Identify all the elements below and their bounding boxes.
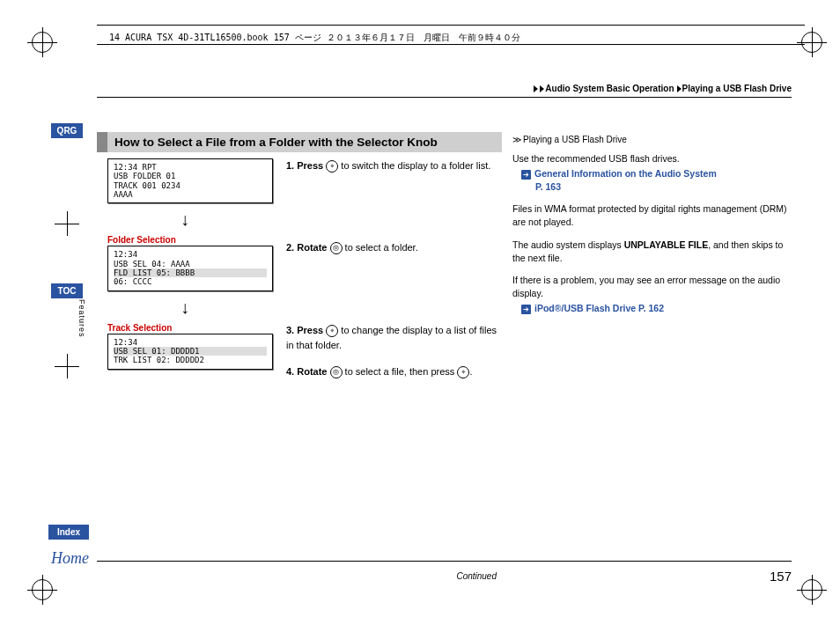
caption-track-selection: Track Selection	[107, 323, 273, 333]
continued-label: Continued	[456, 571, 497, 581]
breadcrumb-arrow-icon	[534, 85, 538, 92]
display-line: TRACK 001 0234	[114, 181, 267, 190]
header-filename: 14 ACURA TSX 4D-31TL16500.book 157 ページ ２…	[109, 32, 520, 44]
page-number: 157	[770, 569, 792, 584]
step-1: 1. Press ⌖ to switch the display to a fo…	[286, 158, 502, 173]
home-link[interactable]: Home	[51, 549, 89, 568]
display-screenshot-2: 12:34 USB SEL 04: AAAA FLD LIST 05: BBBB…	[107, 246, 273, 290]
main-content: How to Select a File from a Folder with …	[97, 132, 502, 152]
rotate-icon: ◎	[330, 242, 343, 254]
display-line: USB SEL 04: AAAA	[114, 260, 267, 268]
registration-mark	[801, 579, 822, 600]
breadcrumb-level1: Audio System Basic Operation	[545, 84, 674, 93]
press-icon: ⌖	[457, 366, 469, 378]
aside-title-text: Playing a USB Flash Drive	[523, 135, 627, 144]
step-3: 3. Press ⌖ to change the display to a li…	[286, 323, 502, 352]
side-notes: ≫Playing a USB Flash Drive Use the recom…	[512, 134, 794, 325]
footer-rule	[97, 561, 792, 562]
step-text: 1. Press	[286, 160, 326, 171]
link-arrow-icon: ➔	[521, 305, 531, 314]
breadcrumb-arrow-icon	[540, 85, 544, 92]
breadcrumb-rule	[97, 97, 792, 98]
breadcrumb-level2: Playing a USB Flash Drive	[682, 84, 792, 93]
display-line: TRK LIST 02: DDDDD2	[114, 356, 267, 364]
header-rule	[97, 25, 805, 26]
display-line: USB SEL 01: DDDDD1	[114, 347, 267, 356]
display-line: 12:34	[114, 250, 267, 259]
step-text: 3. Press	[286, 325, 326, 335]
step-2: 2. Rotate ◎ to select a folder.	[286, 240, 502, 255]
display-screenshot-1: 12:34 RPT USB FOLDER 01 TRACK 001 0234 A…	[107, 158, 273, 203]
arrow-down-icon: ↓	[97, 298, 273, 316]
aside-paragraph: Files in WMA format protected by digital…	[512, 202, 794, 229]
link-arrow-icon: ➔	[521, 170, 531, 180]
link-page-ref[interactable]: P. 162	[638, 303, 664, 313]
link-ipod-usb[interactable]: iPod®/USB Flash Drive	[534, 303, 636, 313]
step-text: .	[469, 366, 472, 377]
aside-link-row: ➔iPod®/USB Flash Drive P. 162	[512, 302, 794, 315]
aside-text: The audio system displays	[512, 239, 624, 250]
breadcrumb: Audio System Basic OperationPlaying a US…	[533, 84, 792, 93]
caption-folder-selection: Folder Selection	[107, 235, 273, 245]
aside-link-row: ➔General Information on the Audio System…	[512, 167, 794, 194]
header-rule	[97, 44, 805, 45]
link-general-info[interactable]: General Information on the Audio System	[534, 168, 717, 179]
steps-column: 1. Press ⌖ to switch the display to a fo…	[286, 158, 502, 392]
registration-mark	[801, 32, 822, 53]
display-line: FLD LIST 05: BBBB	[114, 268, 267, 277]
step-text: to select a file, then press	[343, 366, 458, 377]
press-icon: ⌖	[326, 325, 338, 337]
display-line: USB FOLDER 01	[114, 172, 267, 180]
step-4: 4. Rotate ◎ to select a file, then press…	[286, 364, 502, 379]
illustration-column: 12:34 RPT USB FOLDER 01 TRACK 001 0234 A…	[97, 158, 273, 370]
tab-qrg[interactable]: QRG	[51, 123, 83, 138]
step-text: 2. Rotate	[286, 242, 330, 253]
note-marker-icon: ≫	[512, 134, 521, 147]
section-title: How to Select a File from a Folder with …	[97, 132, 502, 152]
link-page-ref[interactable]: P. 163	[521, 181, 561, 192]
registration-mark	[32, 579, 53, 600]
press-icon: ⌖	[326, 160, 338, 173]
aside-paragraph: The audio system displays UNPLAYABLE FIL…	[512, 239, 794, 265]
display-line: 06: CCCC	[114, 277, 267, 286]
breadcrumb-arrow-icon	[677, 85, 682, 92]
crop-mark	[55, 211, 79, 236]
display-line: 12:34	[114, 338, 267, 347]
rotate-icon: ◎	[330, 366, 343, 378]
aside-bold: UNPLAYABLE FILE	[624, 239, 709, 250]
step-text: to switch the display to a folder list.	[338, 160, 490, 171]
step-text: to select a folder.	[343, 242, 418, 253]
step-text: 4. Rotate	[286, 366, 330, 377]
aside-paragraph: Use the recommended USB flash drives.	[512, 152, 794, 165]
registration-mark	[32, 32, 53, 53]
document-page: 14 ACURA TSX 4D-31TL16500.book 157 ページ ２…	[0, 0, 840, 632]
tab-toc[interactable]: TOC	[51, 283, 83, 298]
aside-paragraph: If there is a problem, you may see an er…	[512, 274, 794, 300]
display-line: 12:34 RPT	[114, 163, 267, 172]
display-screenshot-3: 12:34 USB SEL 01: DDDDD1 TRK LIST 02: DD…	[107, 334, 273, 370]
display-line: AAAA	[114, 190, 267, 199]
tab-index[interactable]: Index	[48, 525, 89, 540]
arrow-down-icon: ↓	[97, 210, 273, 228]
aside-title: ≫Playing a USB Flash Drive	[512, 134, 794, 147]
sidebar-label-features: Features	[77, 299, 86, 338]
crop-mark	[55, 354, 79, 378]
